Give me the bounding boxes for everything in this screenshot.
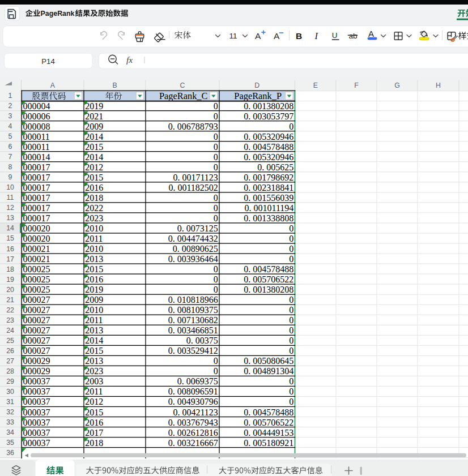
- svg-text:2011: 2011: [85, 234, 103, 243]
- svg-text:10: 10: [6, 183, 14, 191]
- svg-text:0: 0: [214, 112, 218, 121]
- svg-text:0. 003936464: 0. 003936464: [168, 254, 218, 264]
- svg-text:2009: 2009: [85, 122, 103, 131]
- svg-text:2022: 2022: [85, 203, 103, 213]
- svg-text:34: 34: [6, 428, 14, 436]
- svg-text:0. 001380208: 0. 001380208: [244, 101, 293, 111]
- svg-text:C: C: [180, 82, 185, 89]
- svg-text:000004: 000004: [23, 101, 50, 111]
- svg-text:0: 0: [289, 325, 293, 335]
- svg-text:2013: 2013: [85, 325, 103, 335]
- svg-text:0: 0: [289, 295, 293, 305]
- svg-text:000025: 000025: [23, 285, 50, 294]
- svg-text:0. 005706522: 0. 005706522: [244, 418, 293, 427]
- svg-text:0: 0: [289, 234, 293, 243]
- svg-text:000037: 000037: [23, 387, 50, 396]
- svg-text:2003: 2003: [85, 376, 103, 386]
- svg-text:2018: 2018: [85, 438, 103, 448]
- svg-text:0. 005320946: 0. 005320946: [244, 132, 293, 141]
- svg-text:13: 13: [6, 214, 14, 222]
- svg-text:0. 003466851: 0. 003466851: [168, 325, 218, 335]
- svg-text:0. 007130682: 0. 007130682: [168, 315, 218, 325]
- svg-text:0: 0: [214, 275, 218, 284]
- svg-text:2014: 2014: [85, 336, 103, 345]
- svg-text:0. 00375: 0. 00375: [186, 336, 218, 345]
- svg-text:2018: 2018: [85, 193, 103, 203]
- svg-text:000017: 000017: [23, 183, 50, 192]
- svg-text:2013: 2013: [85, 254, 103, 264]
- svg-text:0. 004578488: 0. 004578488: [244, 264, 293, 274]
- svg-text:000027: 000027: [23, 346, 50, 355]
- svg-text:0: 0: [289, 315, 293, 325]
- svg-text:0: 0: [289, 305, 293, 315]
- svg-text:2010: 2010: [85, 244, 103, 254]
- svg-text:27: 27: [6, 357, 14, 365]
- svg-text:000017: 000017: [23, 162, 50, 172]
- svg-text:2015: 2015: [85, 346, 103, 355]
- svg-text:30: 30: [6, 388, 14, 396]
- svg-text:0: 0: [289, 244, 293, 254]
- svg-text:2016: 2016: [85, 418, 103, 427]
- svg-text:12: 12: [6, 204, 14, 212]
- svg-text:000017: 000017: [23, 213, 50, 223]
- svg-text:25: 25: [6, 337, 14, 345]
- svg-text:0. 005180921: 0. 005180921: [244, 438, 293, 448]
- svg-text:2013: 2013: [85, 356, 103, 366]
- svg-text:35: 35: [6, 439, 14, 447]
- svg-text:A: A: [274, 31, 280, 41]
- svg-text:fx: fx: [126, 55, 133, 65]
- svg-text:0. 004474432: 0. 004474432: [168, 234, 218, 243]
- svg-text:000025: 000025: [23, 275, 50, 284]
- svg-text:000011: 000011: [23, 142, 49, 152]
- svg-text:2015: 2015: [85, 142, 103, 152]
- svg-text:PageRank_C: PageRank_C: [159, 91, 208, 101]
- svg-text:0. 006788793: 0. 006788793: [168, 122, 218, 131]
- svg-text:19: 19: [6, 276, 14, 284]
- svg-text:000017: 000017: [23, 203, 50, 213]
- svg-text:PageRank_P: PageRank_P: [234, 91, 282, 101]
- svg-text:0. 004891304: 0. 004891304: [244, 366, 293, 376]
- svg-text:B: B: [296, 31, 302, 41]
- svg-text:9: 9: [8, 173, 12, 181]
- svg-text:000037: 000037: [23, 376, 50, 386]
- svg-text:000014: 000014: [23, 152, 50, 162]
- svg-text:000027: 000027: [23, 305, 50, 315]
- svg-text:2016: 2016: [85, 183, 103, 192]
- svg-text:2021: 2021: [85, 112, 103, 121]
- svg-text:0. 008096591: 0. 008096591: [168, 387, 218, 396]
- svg-text:0. 00890625: 0. 00890625: [173, 244, 218, 254]
- svg-text:0. 001380208: 0. 001380208: [244, 285, 293, 294]
- svg-text:2012: 2012: [85, 397, 103, 406]
- svg-text:ab: ab: [349, 32, 358, 40]
- svg-text:0: 0: [214, 285, 218, 294]
- svg-text:0. 001338808: 0. 001338808: [244, 213, 293, 223]
- svg-text:0: 0: [214, 203, 218, 213]
- svg-text:000011: 000011: [23, 132, 49, 141]
- svg-text:0: 0: [289, 346, 293, 355]
- svg-text:0. 002318841: 0. 002318841: [244, 183, 293, 192]
- svg-text:5: 5: [8, 132, 12, 140]
- svg-text:2015: 2015: [85, 264, 103, 274]
- svg-text:000037: 000037: [23, 438, 50, 448]
- svg-text:6: 6: [8, 143, 12, 151]
- svg-text:F: F: [354, 82, 359, 89]
- svg-text:000027: 000027: [23, 336, 50, 345]
- svg-text:000020: 000020: [23, 234, 50, 243]
- svg-text:000021: 000021: [23, 244, 50, 254]
- svg-text:0. 003529412: 0. 003529412: [168, 346, 218, 355]
- svg-text:36: 36: [6, 449, 14, 457]
- svg-text:0. 002612816: 0. 002612816: [168, 428, 218, 438]
- svg-text:3: 3: [8, 112, 12, 120]
- svg-text:11: 11: [229, 32, 237, 40]
- svg-text:0: 0: [214, 213, 218, 223]
- svg-text:2014: 2014: [85, 132, 103, 141]
- svg-text:0. 010818966: 0. 010818966: [168, 295, 218, 305]
- svg-text:A: A: [368, 29, 374, 38]
- svg-text:2015: 2015: [85, 408, 103, 417]
- svg-text:U: U: [332, 31, 338, 40]
- svg-text:26: 26: [6, 347, 14, 355]
- svg-text:000008: 000008: [23, 122, 50, 131]
- svg-text:2010: 2010: [85, 224, 103, 233]
- svg-text:18: 18: [6, 265, 14, 273]
- svg-text:15: 15: [6, 234, 14, 242]
